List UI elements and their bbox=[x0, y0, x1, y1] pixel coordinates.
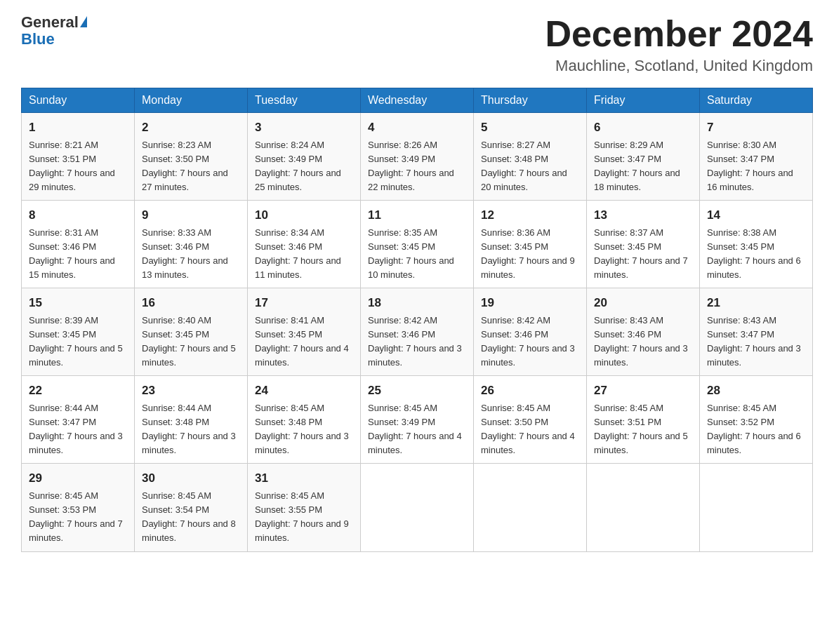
day-number: 20 bbox=[594, 294, 692, 312]
calendar-cell: 17Sunrise: 8:41 AMSunset: 3:45 PMDayligh… bbox=[248, 288, 361, 376]
calendar-cell bbox=[587, 464, 700, 551]
day-info: Sunrise: 8:43 AMSunset: 3:46 PMDaylight:… bbox=[594, 314, 692, 370]
day-info: Sunrise: 8:45 AMSunset: 3:51 PMDaylight:… bbox=[594, 401, 692, 458]
day-info: Sunrise: 8:45 AMSunset: 3:49 PMDaylight:… bbox=[368, 401, 466, 458]
day-info: Sunrise: 8:45 AMSunset: 3:54 PMDaylight:… bbox=[142, 489, 240, 546]
calendar-cell bbox=[361, 464, 474, 551]
logo: General Blue bbox=[21, 14, 87, 48]
weekday-header-row: SundayMondayTuesdayWednesdayThursdayFrid… bbox=[22, 88, 813, 113]
calendar-cell: 18Sunrise: 8:42 AMSunset: 3:46 PMDayligh… bbox=[361, 288, 474, 376]
weekday-header-thursday: Thursday bbox=[474, 88, 587, 113]
day-number: 5 bbox=[481, 119, 579, 137]
day-info: Sunrise: 8:45 AMSunset: 3:55 PMDaylight:… bbox=[255, 489, 353, 546]
day-number: 12 bbox=[481, 206, 579, 224]
day-info: Sunrise: 8:31 AMSunset: 3:46 PMDaylight:… bbox=[29, 226, 127, 283]
day-number: 15 bbox=[29, 294, 127, 312]
day-number: 10 bbox=[255, 206, 353, 224]
day-number: 26 bbox=[481, 382, 579, 400]
calendar-week-row: 22Sunrise: 8:44 AMSunset: 3:47 PMDayligh… bbox=[22, 376, 813, 464]
weekday-header-monday: Monday bbox=[135, 88, 248, 113]
day-number: 24 bbox=[255, 382, 353, 400]
calendar-cell: 8Sunrise: 8:31 AMSunset: 3:46 PMDaylight… bbox=[22, 201, 135, 288]
day-info: Sunrise: 8:30 AMSunset: 3:47 PMDaylight:… bbox=[707, 138, 805, 195]
day-info: Sunrise: 8:45 AMSunset: 3:50 PMDaylight:… bbox=[481, 401, 579, 458]
day-info: Sunrise: 8:27 AMSunset: 3:48 PMDaylight:… bbox=[481, 138, 579, 195]
day-info: Sunrise: 8:35 AMSunset: 3:45 PMDaylight:… bbox=[368, 226, 466, 283]
day-info: Sunrise: 8:21 AMSunset: 3:51 PMDaylight:… bbox=[29, 138, 127, 195]
weekday-header-saturday: Saturday bbox=[700, 88, 813, 113]
calendar-cell: 5Sunrise: 8:27 AMSunset: 3:48 PMDaylight… bbox=[474, 113, 587, 201]
calendar-cell: 14Sunrise: 8:38 AMSunset: 3:45 PMDayligh… bbox=[700, 201, 813, 288]
day-info: Sunrise: 8:44 AMSunset: 3:48 PMDaylight:… bbox=[142, 401, 240, 458]
day-number: 6 bbox=[594, 119, 692, 137]
day-info: Sunrise: 8:44 AMSunset: 3:47 PMDaylight:… bbox=[29, 401, 127, 458]
logo-triangle-icon bbox=[80, 16, 87, 27]
calendar-cell: 16Sunrise: 8:40 AMSunset: 3:45 PMDayligh… bbox=[135, 288, 248, 376]
calendar-cell: 24Sunrise: 8:45 AMSunset: 3:48 PMDayligh… bbox=[248, 376, 361, 464]
day-info: Sunrise: 8:39 AMSunset: 3:45 PMDaylight:… bbox=[29, 314, 127, 370]
day-info: Sunrise: 8:36 AMSunset: 3:45 PMDaylight:… bbox=[481, 226, 579, 283]
day-info: Sunrise: 8:40 AMSunset: 3:45 PMDaylight:… bbox=[142, 314, 240, 370]
calendar-cell: 15Sunrise: 8:39 AMSunset: 3:45 PMDayligh… bbox=[22, 288, 135, 376]
calendar-cell: 25Sunrise: 8:45 AMSunset: 3:49 PMDayligh… bbox=[361, 376, 474, 464]
calendar-cell: 6Sunrise: 8:29 AMSunset: 3:47 PMDaylight… bbox=[587, 113, 700, 201]
day-number: 4 bbox=[368, 119, 466, 137]
day-number: 19 bbox=[481, 294, 579, 312]
calendar-cell: 7Sunrise: 8:30 AMSunset: 3:47 PMDaylight… bbox=[700, 113, 813, 201]
calendar-cell: 26Sunrise: 8:45 AMSunset: 3:50 PMDayligh… bbox=[474, 376, 587, 464]
day-number: 17 bbox=[255, 294, 353, 312]
calendar-cell bbox=[474, 464, 587, 551]
calendar-cell: 29Sunrise: 8:45 AMSunset: 3:53 PMDayligh… bbox=[22, 464, 135, 551]
day-number: 21 bbox=[707, 294, 805, 312]
day-number: 3 bbox=[255, 119, 353, 137]
day-info: Sunrise: 8:45 AMSunset: 3:53 PMDaylight:… bbox=[29, 489, 127, 546]
logo-blue-text: Blue bbox=[21, 30, 55, 48]
calendar-cell: 13Sunrise: 8:37 AMSunset: 3:45 PMDayligh… bbox=[587, 201, 700, 288]
day-number: 1 bbox=[29, 119, 127, 137]
calendar-cell: 27Sunrise: 8:45 AMSunset: 3:51 PMDayligh… bbox=[587, 376, 700, 464]
weekday-header-wednesday: Wednesday bbox=[361, 88, 474, 113]
day-info: Sunrise: 8:45 AMSunset: 3:48 PMDaylight:… bbox=[255, 401, 353, 458]
day-info: Sunrise: 8:26 AMSunset: 3:49 PMDaylight:… bbox=[368, 138, 466, 195]
calendar-cell: 23Sunrise: 8:44 AMSunset: 3:48 PMDayligh… bbox=[135, 376, 248, 464]
weekday-header-sunday: Sunday bbox=[22, 88, 135, 113]
day-number: 30 bbox=[142, 469, 240, 488]
day-number: 25 bbox=[368, 382, 466, 400]
calendar-cell: 3Sunrise: 8:24 AMSunset: 3:49 PMDaylight… bbox=[248, 113, 361, 201]
day-number: 13 bbox=[594, 206, 692, 224]
day-info: Sunrise: 8:37 AMSunset: 3:45 PMDaylight:… bbox=[594, 226, 692, 283]
calendar-cell bbox=[700, 464, 813, 551]
day-info: Sunrise: 8:23 AMSunset: 3:50 PMDaylight:… bbox=[142, 138, 240, 195]
title-area: December 2024 Mauchline, Scotland, Unite… bbox=[545, 14, 813, 75]
day-info: Sunrise: 8:45 AMSunset: 3:52 PMDaylight:… bbox=[707, 401, 805, 458]
calendar-cell: 2Sunrise: 8:23 AMSunset: 3:50 PMDaylight… bbox=[135, 113, 248, 201]
calendar-cell: 4Sunrise: 8:26 AMSunset: 3:49 PMDaylight… bbox=[361, 113, 474, 201]
day-number: 2 bbox=[142, 119, 240, 137]
day-number: 29 bbox=[29, 469, 127, 488]
day-number: 27 bbox=[594, 382, 692, 400]
calendar-cell: 30Sunrise: 8:45 AMSunset: 3:54 PMDayligh… bbox=[135, 464, 248, 551]
day-number: 14 bbox=[707, 206, 805, 224]
weekday-header-friday: Friday bbox=[587, 88, 700, 113]
calendar-cell: 11Sunrise: 8:35 AMSunset: 3:45 PMDayligh… bbox=[361, 201, 474, 288]
day-info: Sunrise: 8:29 AMSunset: 3:47 PMDaylight:… bbox=[594, 138, 692, 195]
header: General Blue December 2024 Mauchline, Sc… bbox=[21, 14, 813, 75]
day-info: Sunrise: 8:43 AMSunset: 3:47 PMDaylight:… bbox=[707, 314, 805, 370]
weekday-header-tuesday: Tuesday bbox=[248, 88, 361, 113]
calendar-week-row: 29Sunrise: 8:45 AMSunset: 3:53 PMDayligh… bbox=[22, 464, 813, 551]
calendar-cell: 31Sunrise: 8:45 AMSunset: 3:55 PMDayligh… bbox=[248, 464, 361, 551]
day-number: 31 bbox=[255, 469, 353, 488]
calendar-week-row: 15Sunrise: 8:39 AMSunset: 3:45 PMDayligh… bbox=[22, 288, 813, 376]
day-info: Sunrise: 8:33 AMSunset: 3:46 PMDaylight:… bbox=[142, 226, 240, 283]
day-info: Sunrise: 8:24 AMSunset: 3:49 PMDaylight:… bbox=[255, 138, 353, 195]
day-info: Sunrise: 8:42 AMSunset: 3:46 PMDaylight:… bbox=[481, 314, 579, 370]
calendar-cell: 10Sunrise: 8:34 AMSunset: 3:46 PMDayligh… bbox=[248, 201, 361, 288]
day-number: 23 bbox=[142, 382, 240, 400]
day-info: Sunrise: 8:34 AMSunset: 3:46 PMDaylight:… bbox=[255, 226, 353, 283]
day-number: 28 bbox=[707, 382, 805, 400]
location-subtitle: Mauchline, Scotland, United Kingdom bbox=[545, 57, 813, 75]
calendar-cell: 1Sunrise: 8:21 AMSunset: 3:51 PMDaylight… bbox=[22, 113, 135, 201]
calendar-cell: 22Sunrise: 8:44 AMSunset: 3:47 PMDayligh… bbox=[22, 376, 135, 464]
day-info: Sunrise: 8:41 AMSunset: 3:45 PMDaylight:… bbox=[255, 314, 353, 370]
day-info: Sunrise: 8:38 AMSunset: 3:45 PMDaylight:… bbox=[707, 226, 805, 283]
